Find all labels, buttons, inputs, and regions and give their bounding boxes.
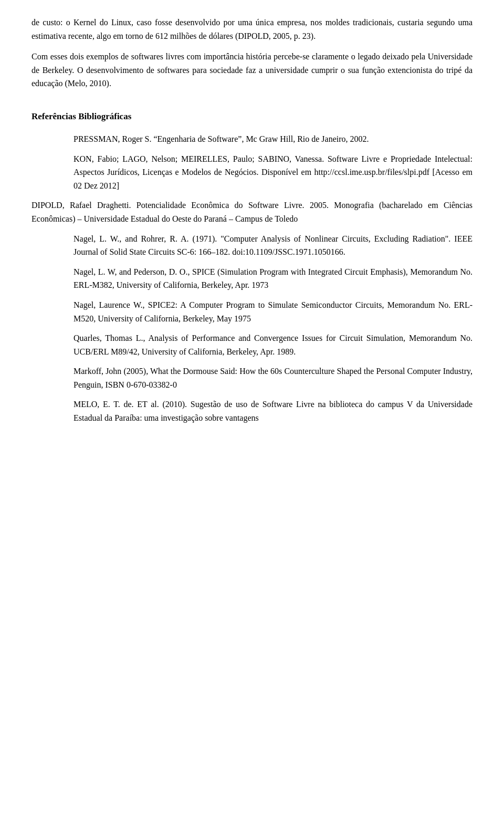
list-item: KON, Fabio; LAGO, Nelson; MEIRELLES, Pau… [32,152,472,193]
references-list: PRESSMAN, Roger S. “Engenharia de Softwa… [32,132,472,425]
list-item: MELO, E. T. de. ET al. (2010). Sugestão … [32,398,472,424]
list-item: Nagel, Laurence W., SPICE2: A Computer P… [32,298,472,325]
paragraph-1: de custo: o Kernel do Linux, caso fosse … [32,16,472,43]
list-item: Quarles, Thomas L., Analysis of Performa… [32,331,472,358]
list-item: Nagel, L. W., and Rohrer, R. A. (1971). … [32,232,472,259]
section-title: Referências Bibliográficas [32,111,472,122]
list-item: DIPOLD, Rafael Draghetti. Potencialidade… [32,199,472,225]
list-item: Nagel, L. W, and Pederson, D. O., SPICE … [32,265,472,292]
page-container: de custo: o Kernel do Linux, caso fosse … [0,0,504,452]
list-item: PRESSMAN, Roger S. “Engenharia de Softwa… [32,132,472,146]
paragraph-2: Com esses dois exemplos de softwares liv… [32,50,472,90]
list-item: Markoff, John (2005), What the Dormouse … [32,365,472,391]
